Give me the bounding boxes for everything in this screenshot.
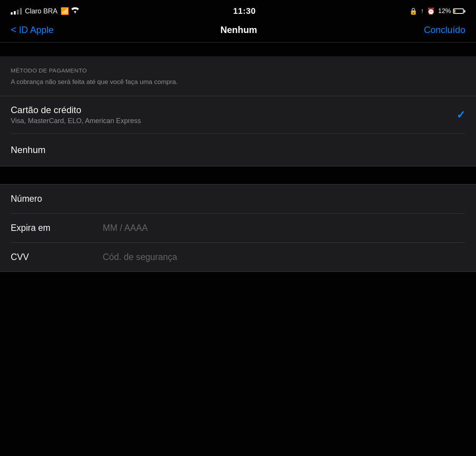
- payment-options-list: Cartão de crédito Visa, MasterCard, ELO,…: [0, 96, 476, 166]
- credit-card-left: Cartão de crédito Visa, MasterCard, ELO,…: [11, 105, 141, 125]
- section-description: A cobrança não será feita até que você f…: [11, 77, 465, 92]
- wifi-icon: 📶: [61, 7, 79, 15]
- cvv-label: CVV: [11, 252, 103, 262]
- numero-label: Número: [11, 194, 103, 204]
- done-button[interactable]: Concluído: [424, 25, 465, 35]
- lock-icon: 🔒: [409, 7, 417, 15]
- back-label: ID Apple: [19, 25, 54, 35]
- top-gap: [0, 43, 476, 56]
- battery-container: 12%: [438, 7, 465, 15]
- chevron-left-icon: <: [11, 25, 16, 35]
- status-right: 🔒 ↑ ⏰ 12%: [409, 7, 465, 15]
- page-title: Nenhum: [220, 25, 257, 35]
- expira-placeholder: MM / AAAA: [103, 223, 148, 233]
- cvv-placeholder: Cód. de segurança: [103, 252, 177, 262]
- status-time: 11:30: [233, 6, 256, 16]
- nav-bar: < ID Apple Nenhum Concluído: [0, 21, 476, 42]
- credit-card-subtitle: Visa, MasterCard, ELO, American Express: [11, 117, 141, 125]
- expira-label: Expira em: [11, 223, 103, 233]
- none-title: Nenhum: [11, 145, 46, 155]
- middle-gap: [0, 166, 476, 176]
- bottom-gap: [0, 272, 476, 310]
- signal-bars-icon: [11, 8, 22, 15]
- credit-card-title: Cartão de crédito: [11, 105, 141, 115]
- status-left: Claro BRA 📶: [11, 7, 79, 15]
- location-icon: ↑: [420, 7, 424, 15]
- expira-row[interactable]: Expira em MM / AAAA: [0, 214, 476, 242]
- black-line: [0, 176, 476, 176]
- credit-card-option[interactable]: Cartão de crédito Visa, MasterCard, ELO,…: [0, 96, 476, 133]
- status-bar: Claro BRA 📶 11:30 🔒 ↑ ⏰ 12%: [0, 0, 476, 21]
- section-label: MÉTODO DE PAGAMENTO: [11, 67, 465, 74]
- selected-checkmark-icon: ✓: [456, 109, 465, 121]
- back-button[interactable]: < ID Apple: [11, 25, 54, 35]
- cvv-row[interactable]: CVV Cód. de segurança: [0, 243, 476, 272]
- battery-icon: [453, 8, 465, 14]
- none-option[interactable]: Nenhum: [0, 134, 476, 166]
- battery-percent: 12%: [438, 7, 451, 15]
- payment-section-header: MÉTODO DE PAGAMENTO A cobrança não será …: [0, 56, 476, 96]
- card-form-section: Número Expira em MM / AAAA CVV Cód. de s…: [0, 184, 476, 272]
- carrier-name: Claro BRA: [25, 7, 57, 15]
- numero-row[interactable]: Número: [0, 184, 476, 213]
- alarm-icon: ⏰: [427, 7, 435, 15]
- numero-input[interactable]: [103, 194, 465, 204]
